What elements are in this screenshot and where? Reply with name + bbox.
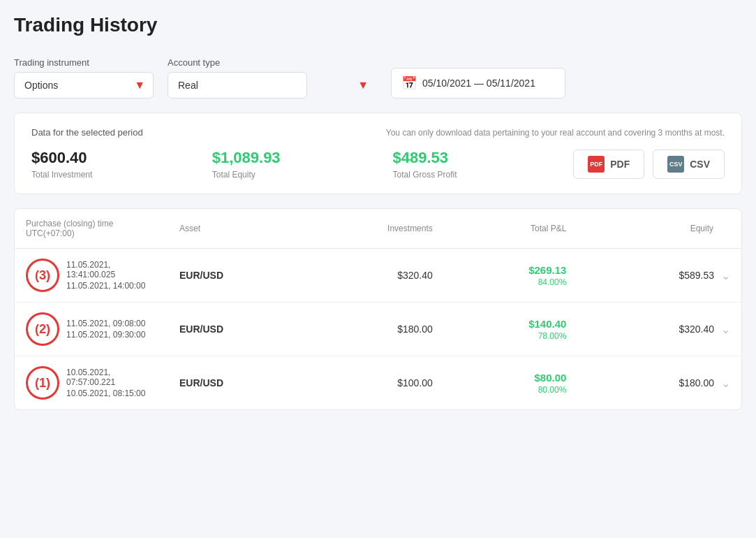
- csv-export-button[interactable]: CSV CSV: [653, 150, 725, 179]
- total-gross-profit-stat: $489.53 Total Gross Profit: [392, 149, 573, 180]
- total-gross-profit-value: $489.53: [392, 149, 573, 167]
- equity-val-0: $589.53: [679, 270, 714, 281]
- expand-chevron-1[interactable]: ⌄: [721, 323, 730, 336]
- summary-header: Data for the selected period You can onl…: [31, 127, 725, 138]
- header-pnl: Total P&L: [444, 209, 578, 249]
- time-lines-2: 10.05.2021, 07:57:00.221 10.05.2021, 08:…: [66, 368, 157, 398]
- asset-name-2: EUR/USD: [179, 377, 223, 388]
- time2-0: 11.05.2021, 14:00:00: [66, 281, 157, 291]
- expand-chevron-2[interactable]: ⌄: [721, 377, 730, 390]
- total-equity-label: Total Equity: [212, 170, 393, 180]
- equity-val-1: $320.40: [679, 323, 714, 335]
- pdf-icon: PDF: [588, 156, 605, 173]
- account-filter-group: Account type Real ▼: [168, 57, 377, 99]
- time-lines-1: 11.05.2021, 09:08:00 11.05.2021, 09:30:0…: [66, 319, 145, 340]
- pnl-percent-2: 80.00%: [538, 385, 567, 395]
- equity-cell-2: $180.00 ⌄: [588, 377, 730, 390]
- time2-1: 11.05.2021, 09:30:00: [66, 330, 145, 340]
- trade-table: Purchase (closing) time UTC(+07:00) Asse…: [15, 209, 741, 409]
- time-cell-0: (3) 11.05.2021, 13:41:00.025 11.05.2021,…: [26, 259, 157, 292]
- time1-1: 11.05.2021, 09:08:00: [66, 319, 145, 328]
- pnl-percent-0: 84.00%: [538, 277, 567, 287]
- table-row: (1) 10.05.2021, 07:57:00.221 10.05.2021,…: [15, 356, 741, 410]
- time1-0: 11.05.2021, 13:41:00.025: [66, 260, 157, 279]
- date-range-text: 05/10/2021 — 05/11/2021: [422, 78, 535, 89]
- period-label: Data for the selected period: [31, 127, 143, 138]
- table-row: (2) 11.05.2021, 09:08:00 11.05.2021, 09:…: [15, 303, 741, 356]
- account-select[interactable]: Real: [168, 72, 307, 99]
- export-buttons: PDF PDF CSV CSV: [573, 150, 725, 179]
- investment-val-0: $320.40: [397, 270, 433, 281]
- total-equity-value: $1,089.93: [212, 149, 393, 167]
- pnl-percent-1: 78.00%: [538, 331, 567, 341]
- instrument-label: Trading instrument: [14, 57, 154, 68]
- asset-name-1: EUR/USD: [179, 323, 223, 335]
- table-header-row: Purchase (closing) time UTC(+07:00) Asse…: [15, 209, 741, 249]
- total-investment-label: Total Investment: [31, 170, 212, 180]
- total-gross-profit-label: Total Gross Profit: [392, 170, 573, 180]
- date-filter-group: 📅 05/10/2021 — 05/11/2021: [391, 50, 565, 99]
- investment-val-1: $180.00: [397, 323, 433, 335]
- header-investments: Investments: [294, 209, 444, 249]
- investment-val-2: $100.00: [397, 377, 433, 388]
- summary-card: Data for the selected period You can onl…: [14, 112, 742, 194]
- header-time: Purchase (closing) time UTC(+07:00): [15, 209, 168, 249]
- time1-2: 10.05.2021, 07:57:00.221: [66, 368, 157, 387]
- calendar-icon: 📅: [401, 75, 417, 91]
- total-investment-stat: $600.40 Total Investment: [31, 149, 212, 180]
- total-equity-stat: $1,089.93 Total Equity: [212, 149, 393, 180]
- time2-2: 10.05.2021, 08:15:00: [66, 388, 157, 398]
- equity-cell-0: $589.53 ⌄: [588, 269, 730, 282]
- pnl-cell-0: $269.13 84.00%: [455, 264, 567, 287]
- date-range-picker[interactable]: 📅 05/10/2021 — 05/11/2021: [391, 68, 565, 99]
- account-label: Account type: [168, 57, 377, 68]
- total-investment-value: $600.40: [31, 149, 212, 167]
- trade-table-card: Purchase (closing) time UTC(+07:00) Asse…: [14, 208, 742, 410]
- pnl-value-1: $140.40: [528, 318, 566, 330]
- pnl-value-0: $269.13: [528, 264, 566, 276]
- account-select-wrapper: Real ▼: [168, 72, 377, 99]
- circle-badge-0: (3): [26, 259, 59, 292]
- pdf-export-button[interactable]: PDF PDF: [573, 150, 644, 179]
- table-row: (3) 11.05.2021, 13:41:00.025 11.05.2021,…: [15, 249, 741, 303]
- instrument-select-wrapper: Options ▼: [14, 72, 154, 99]
- account-dropdown-arrow: ▼: [357, 79, 369, 92]
- pnl-cell-2: $80.00 80.00%: [455, 372, 567, 395]
- csv-icon: CSV: [667, 156, 684, 173]
- circle-badge-2: (1): [26, 366, 59, 400]
- stats-row: $600.40 Total Investment $1,089.93 Total…: [31, 149, 725, 180]
- period-notice: You can only download data pertaining to…: [386, 128, 725, 138]
- instrument-select[interactable]: Options: [14, 72, 154, 99]
- pdf-label: PDF: [610, 159, 630, 170]
- asset-name-0: EUR/USD: [179, 270, 223, 281]
- expand-chevron-0[interactable]: ⌄: [721, 269, 730, 282]
- equity-cell-1: $320.40 ⌄: [588, 323, 730, 336]
- page-title: Trading History: [14, 14, 742, 36]
- pnl-cell-1: $140.40 78.00%: [455, 318, 567, 341]
- time-lines-0: 11.05.2021, 13:41:00.025 11.05.2021, 14:…: [66, 260, 157, 291]
- filters-row: Trading instrument Options ▼ Account typ…: [14, 50, 742, 99]
- header-asset: Asset: [168, 209, 294, 249]
- main-container: Trading History Trading instrument Optio…: [0, 0, 756, 538]
- instrument-filter-group: Trading instrument Options ▼: [14, 57, 154, 99]
- time-cell-2: (1) 10.05.2021, 07:57:00.221 10.05.2021,…: [26, 366, 157, 400]
- equity-val-2: $180.00: [679, 377, 714, 388]
- time-cell-1: (2) 11.05.2021, 09:08:00 11.05.2021, 09:…: [26, 312, 157, 346]
- header-equity: Equity: [577, 209, 741, 249]
- pnl-value-2: $80.00: [534, 372, 566, 384]
- csv-label: CSV: [690, 159, 710, 170]
- circle-badge-1: (2): [26, 312, 59, 346]
